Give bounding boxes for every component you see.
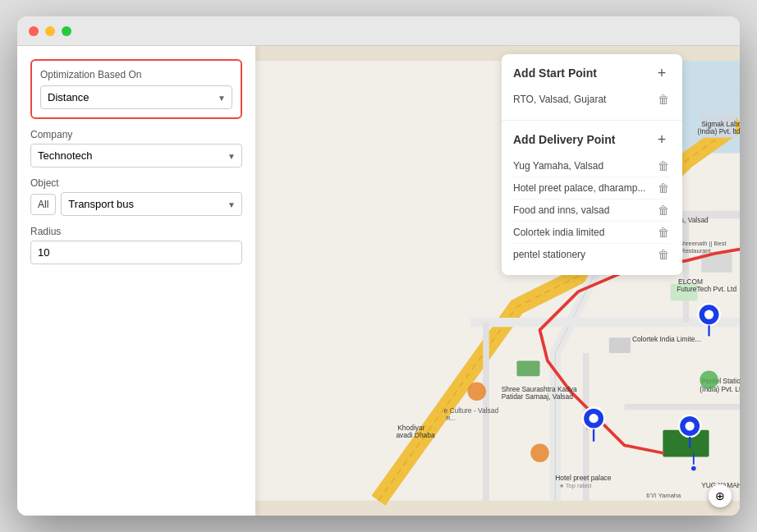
delivery-item-3: Colortek india limited 🗑 [513, 221, 671, 243]
radius-field: Radius [30, 226, 242, 264]
minimize-button[interactable] [45, 26, 55, 36]
add-start-point-button[interactable]: + [653, 64, 671, 82]
titlebar [17, 16, 740, 46]
delivery-item-1: Hotel preet palace, dharamp... 🗑 [513, 177, 671, 199]
maximize-button[interactable] [62, 26, 71, 36]
svg-text:avadi Dhaba: avadi Dhaba [396, 431, 435, 439]
svg-text:Patidar Samaaj, Valsad: Patidar Samaaj, Valsad [502, 392, 574, 401]
start-point-title: Add Start Point [513, 66, 597, 80]
optimization-select[interactable]: Distance Time Cost [40, 85, 232, 109]
svg-text:ยาก Yamaha: ยาก Yamaha [646, 492, 681, 499]
radius-input[interactable] [30, 241, 242, 264]
delivery-item-4: pentel stationery 🗑 [513, 243, 671, 265]
radius-label: Radius [30, 226, 242, 237]
svg-point-45 [686, 421, 695, 430]
main-window: Optimization Based On Distance Time Cost… [17, 16, 740, 516]
delete-delivery-4-button[interactable]: 🗑 [656, 248, 671, 261]
company-select[interactable]: Technotech [30, 144, 242, 167]
start-point-label: RTO, Valsad, Gujarat [513, 94, 606, 105]
delete-delivery-1-button[interactable]: 🗑 [656, 181, 671, 195]
delete-delivery-2-button[interactable]: 🗑 [656, 204, 671, 217]
svg-point-47 [691, 466, 696, 471]
optimization-box: Optimization Based On Distance Time Cost… [30, 59, 242, 119]
svg-text:Colortek India Limite...: Colortek India Limite... [632, 335, 701, 343]
delete-delivery-3-button[interactable]: 🗑 [656, 226, 671, 239]
object-label: Object [30, 177, 242, 189]
delivery-point-title: Add Delivery Point [513, 133, 615, 146]
delete-delivery-0-button[interactable]: 🗑 [656, 159, 671, 172]
start-point-header: Add Start Point + [513, 64, 671, 82]
company-field: Company Technotech ▼ [30, 129, 242, 167]
delivery-label-0: Yug Yamaha, Valsad [513, 160, 603, 172]
svg-text:R...: R... [446, 415, 456, 422]
points-panel: Add Start Point + RTO, Valsad, Gujarat 🗑… [502, 54, 682, 275]
delivery-label-2: Food and inns, valsad [513, 204, 609, 216]
svg-text:(India) Pvt. ltd: (India) Pvt. ltd [697, 127, 740, 135]
delivery-label-1: Hotel preet palace, dharamp... [513, 182, 645, 194]
content-area: Optimization Based On Distance Time Cost… [17, 46, 740, 516]
sidebar: Optimization Based On Distance Time Cost… [17, 46, 255, 516]
add-delivery-point-button[interactable]: + [653, 131, 671, 149]
svg-text:e Culture - Valsad: e Culture - Valsad [443, 406, 498, 415]
svg-point-34 [700, 371, 718, 389]
delivery-label-3: Colortek india limited [513, 227, 604, 238]
svg-text:Hotel preet palace: Hotel preet palace [555, 474, 612, 482]
svg-text:FutureTech Pvt. Ltd: FutureTech Pvt. Ltd [677, 285, 736, 293]
object-field: Object All Transport bus Car Truck ▼ [30, 177, 242, 216]
delivery-item-2: Food and inns, valsad 🗑 [513, 199, 671, 221]
optimization-select-wrapper: Distance Time Cost ▼ [40, 85, 232, 109]
svg-text:★ Top rated: ★ Top rated [559, 482, 591, 489]
svg-point-33 [530, 444, 548, 462]
svg-rect-6 [609, 337, 631, 353]
company-select-wrapper: Technotech ▼ [30, 144, 242, 167]
object-select-wrapper: Transport bus Car Truck ▼ [61, 192, 242, 216]
map-zoom-button[interactable]: ⊕ [709, 484, 732, 507]
svg-point-32 [467, 383, 485, 401]
delivery-item-0: Yug Yamaha, Valsad 🗑 [513, 155, 671, 177]
start-point-item: RTO, Valsad, Gujarat 🗑 [513, 89, 671, 110]
start-point-section: Add Start Point + RTO, Valsad, Gujarat 🗑 [502, 54, 682, 120]
optimization-label: Optimization Based On [40, 69, 232, 80]
svg-point-39 [704, 310, 713, 319]
delivery-label-4: pentel stationery [513, 249, 585, 260]
object-select[interactable]: Transport bus Car Truck [61, 192, 242, 216]
delete-start-point-button[interactable]: 🗑 [656, 93, 671, 106]
map-area: Sigmak Laboratories (India) Pvt. ltd Dho… [255, 46, 740, 516]
delivery-point-section: Add Delivery Point + Yug Yamaha, Valsad … [502, 120, 682, 275]
object-row: All Transport bus Car Truck ▼ [30, 192, 242, 216]
delivery-point-header: Add Delivery Point + [513, 131, 671, 149]
company-label: Company [30, 129, 242, 140]
close-button[interactable] [29, 26, 39, 36]
svg-rect-3 [516, 360, 539, 376]
svg-point-42 [589, 414, 598, 423]
all-badge: All [30, 194, 56, 215]
